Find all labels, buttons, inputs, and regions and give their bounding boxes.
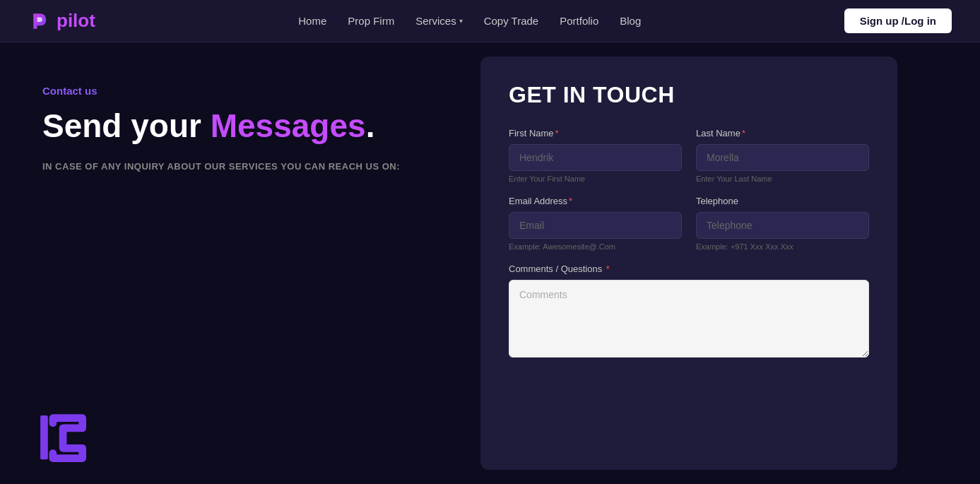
svg-rect-0: [40, 415, 48, 459]
logo-text: pilot: [57, 10, 95, 32]
nav-home[interactable]: Home: [298, 15, 326, 27]
email-label: Email Address*: [509, 196, 682, 206]
nav-links: Home Prop Firm Services ▾ Copy Trade Por…: [298, 15, 641, 28]
first-name-label: First Name*: [509, 128, 682, 138]
nav-copy-trade[interactable]: Copy Trade: [484, 15, 539, 27]
nav-portfolio[interactable]: Portfolio: [560, 15, 598, 27]
comments-group: Comments / Questions *: [509, 264, 869, 358]
heading-static: Send your: [42, 107, 211, 144]
last-name-hint: Enter Your Last Name: [696, 175, 869, 183]
main-content: Contact us Send your Messages. IN CASE O…: [0, 42, 980, 484]
contact-label: Contact us: [42, 85, 445, 97]
page-heading: Send your Messages.: [42, 108, 445, 144]
chevron-down-icon: ▾: [459, 17, 463, 25]
bottom-logo: [35, 411, 92, 470]
comments-input[interactable]: [509, 280, 869, 358]
first-name-group: First Name* Enter Your First Name: [509, 128, 682, 183]
comments-label: Comments / Questions *: [509, 264, 869, 274]
telephone-input[interactable]: [696, 212, 869, 239]
required-star-3: *: [569, 196, 572, 206]
required-star-4: *: [603, 264, 610, 274]
nav-prop-firm[interactable]: Prop Firm: [348, 15, 394, 27]
left-panel: Contact us Send your Messages. IN CASE O…: [0, 42, 480, 484]
logo[interactable]: pilot: [28, 8, 95, 34]
signup-button[interactable]: Sign up /Log in: [844, 8, 952, 33]
heading-highlight: Messages: [211, 107, 366, 144]
last-name-label: Last Name*: [696, 128, 869, 138]
first-name-hint: Enter Your First Name: [509, 175, 682, 183]
last-name-input[interactable]: [696, 144, 869, 171]
telephone-label: Telephone: [696, 196, 869, 206]
telephone-hint: Example: +971 Xxx Xxx Xxx: [696, 242, 869, 251]
required-star: *: [555, 128, 559, 138]
contact-row: Email Address* Example: Awesomesite@.Com…: [509, 196, 869, 251]
name-row: First Name* Enter Your First Name Last N…: [509, 128, 869, 183]
form-title: GET IN TOUCH: [509, 82, 869, 108]
contact-form-panel: GET IN TOUCH First Name* Enter Your Firs…: [480, 57, 897, 470]
navbar: pilot Home Prop Firm Services ▾ Copy Tra…: [0, 0, 980, 42]
nav-blog[interactable]: Blog: [620, 15, 641, 27]
first-name-input[interactable]: [509, 144, 682, 171]
email-hint: Example: Awesomesite@.Com: [509, 242, 682, 251]
required-star-2: *: [742, 128, 745, 138]
inquiry-text: IN CASE OF ANY INQUIRY ABOUT OUR SERVICE…: [42, 161, 445, 172]
email-input[interactable]: [509, 212, 682, 239]
telephone-group: Telephone Example: +971 Xxx Xxx Xxx: [696, 196, 869, 251]
nav-services[interactable]: Services ▾: [415, 15, 463, 27]
heading-end: .: [366, 107, 375, 144]
email-group: Email Address* Example: Awesomesite@.Com: [509, 196, 682, 251]
last-name-group: Last Name* Enter Your Last Name: [696, 128, 869, 183]
